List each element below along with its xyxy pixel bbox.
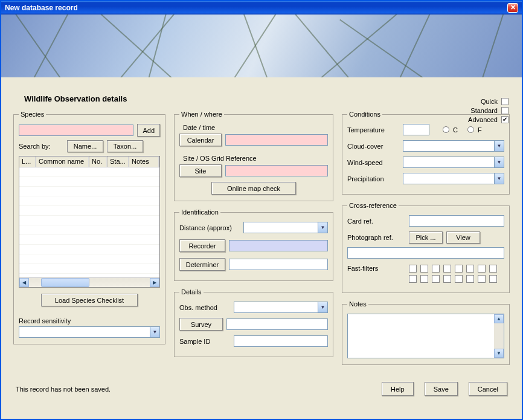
card-ref-input[interactable] [409, 215, 504, 227]
species-group: Species Add Search by: Name... Taxon... … [13, 111, 165, 344]
details-legend: Details [179, 288, 204, 296]
precip-label: Precipitation [347, 175, 399, 183]
load-checklist-button[interactable]: Load Species Checklist [41, 294, 138, 306]
scroll-down-icon[interactable]: ▼ [494, 349, 504, 358]
distance-select[interactable]: ▼ [243, 222, 328, 233]
chevron-down-icon: ▼ [318, 222, 327, 233]
when-legend: When / where [179, 111, 224, 118]
photo-view-button[interactable]: View [446, 231, 480, 244]
search-taxon-button[interactable]: Taxon... [107, 140, 143, 152]
scroll-left-icon[interactable]: ◀ [19, 278, 29, 287]
determiner-button[interactable]: Determiner [179, 258, 225, 271]
help-button[interactable]: Help [382, 382, 414, 396]
datetime-input[interactable] [225, 134, 328, 146]
fast-filter-checkbox[interactable] [455, 265, 463, 273]
sample-id-label: Sample ID [179, 338, 230, 345]
obs-method-select[interactable]: ▼ [234, 302, 328, 313]
when-where-group: When / where Date / time Calendar Site /… [174, 111, 333, 201]
species-table-header: L... Common name No. Sta... Notes [19, 157, 159, 167]
chevron-down-icon: ▼ [494, 173, 504, 184]
cloud-label: Cloud-cover [347, 143, 399, 150]
notes-legend: Notes [347, 300, 368, 308]
mode-quick-checkbox[interactable] [501, 98, 509, 105]
photo-ref-input[interactable] [347, 247, 504, 259]
wind-label: Wind-speed [347, 159, 399, 166]
calendar-button[interactable]: Calendar [179, 134, 222, 146]
fast-filter-checkbox[interactable] [432, 275, 440, 283]
temperature-label: Temperature [347, 126, 399, 134]
fast-filter-checkbox[interactable] [420, 275, 428, 283]
chevron-down-icon: ▼ [150, 327, 159, 337]
photo-pick-button[interactable]: Pick ... [409, 231, 443, 244]
site-button[interactable]: Site [179, 164, 222, 177]
sample-id-input[interactable] [234, 335, 328, 347]
fast-filter-checkbox[interactable] [478, 275, 486, 283]
distance-label: Distance (approx) [179, 224, 240, 231]
add-species-button[interactable]: Add [137, 124, 160, 137]
map-check-button[interactable]: Online map check [211, 182, 296, 195]
unit-f-radio[interactable] [467, 126, 474, 133]
unit-c-radio[interactable] [443, 126, 449, 133]
wind-select[interactable]: ▼ [403, 157, 504, 168]
conditions-legend: Conditions [347, 111, 382, 118]
notes-textarea[interactable]: ▲ ▼ [347, 314, 504, 358]
status-text: This record has not been saved. [16, 386, 111, 393]
col-common[interactable]: Common name [36, 157, 89, 167]
survey-input[interactable] [226, 318, 328, 330]
fast-filter-checkbox[interactable] [443, 275, 451, 283]
species-table[interactable]: L... Common name No. Sta... Notes ◀ ▶ [19, 156, 160, 288]
xref-legend: Cross-reference [347, 202, 399, 209]
species-legend: Species [19, 111, 46, 118]
details-group: Details Obs. method ▼ Survey Sample ID [174, 288, 333, 357]
fast-filter-checkbox[interactable] [466, 265, 474, 273]
chevron-down-icon: ▼ [318, 302, 327, 312]
col-notes[interactable]: Notes [129, 157, 159, 167]
record-sensitivity-select[interactable]: ▼ [19, 326, 160, 338]
close-button[interactable]: ✕ [507, 3, 518, 13]
col-latin[interactable]: L... [19, 157, 36, 167]
site-label: Site / OS Grid Reference [183, 155, 257, 162]
determiner-input[interactable] [229, 259, 328, 270]
fast-filter-checkbox[interactable] [455, 275, 463, 283]
temperature-input[interactable] [403, 124, 429, 135]
col-no[interactable]: No. [89, 157, 107, 167]
species-name-input[interactable] [19, 124, 133, 136]
window-title: New database record [5, 4, 78, 12]
col-status[interactable]: Sta... [107, 157, 129, 167]
search-by-label: Search by: [19, 143, 63, 150]
precip-select[interactable]: ▼ [403, 173, 504, 184]
fast-filter-checkbox[interactable] [432, 265, 440, 273]
fast-filter-checkbox[interactable] [443, 265, 451, 273]
recorder-button[interactable]: Recorder [179, 239, 225, 252]
notes-group: Notes ▲ ▼ [342, 300, 510, 365]
obs-method-label: Obs. method [179, 304, 230, 311]
conditions-group: Conditions Temperature C F Cloud-cover ▼ [342, 111, 510, 195]
fast-filter-checkbox[interactable] [409, 275, 417, 283]
fast-filter-checkbox[interactable] [466, 275, 474, 283]
species-hscroll[interactable]: ◀ ▶ [19, 277, 159, 287]
cloud-select[interactable]: ▼ [403, 140, 504, 152]
unit-f-label: F [478, 126, 482, 134]
species-table-body[interactable] [19, 167, 159, 277]
fast-filter-checkbox[interactable] [420, 265, 428, 273]
site-input[interactable] [225, 165, 328, 176]
scroll-right-icon[interactable]: ▶ [150, 278, 159, 287]
fast-filters-grid [409, 265, 498, 283]
cross-reference-group: Cross-reference Card ref. Photograph ref… [342, 202, 510, 293]
page-title: Wildlife Observation details [24, 94, 510, 103]
identification-group: Identification Distance (approx) ▼ Recor… [174, 208, 333, 281]
fast-filter-checkbox[interactable] [478, 265, 486, 273]
cancel-button[interactable]: Cancel [469, 382, 507, 396]
datetime-label: Date / time [183, 124, 215, 131]
search-name-button[interactable]: Name... [67, 140, 103, 152]
fast-filter-checkbox[interactable] [489, 265, 497, 273]
scroll-up-icon[interactable]: ▲ [494, 314, 504, 323]
save-button[interactable]: Save [425, 382, 458, 396]
fast-filter-checkbox[interactable] [489, 275, 497, 283]
record-sensitivity-label: Record sensitivity [19, 317, 71, 325]
chevron-down-icon: ▼ [494, 141, 504, 151]
fast-filters-label: Fast-filters [347, 265, 405, 272]
fast-filter-checkbox[interactable] [409, 265, 417, 273]
survey-button[interactable]: Survey [179, 318, 223, 331]
recorder-input[interactable] [229, 240, 328, 251]
